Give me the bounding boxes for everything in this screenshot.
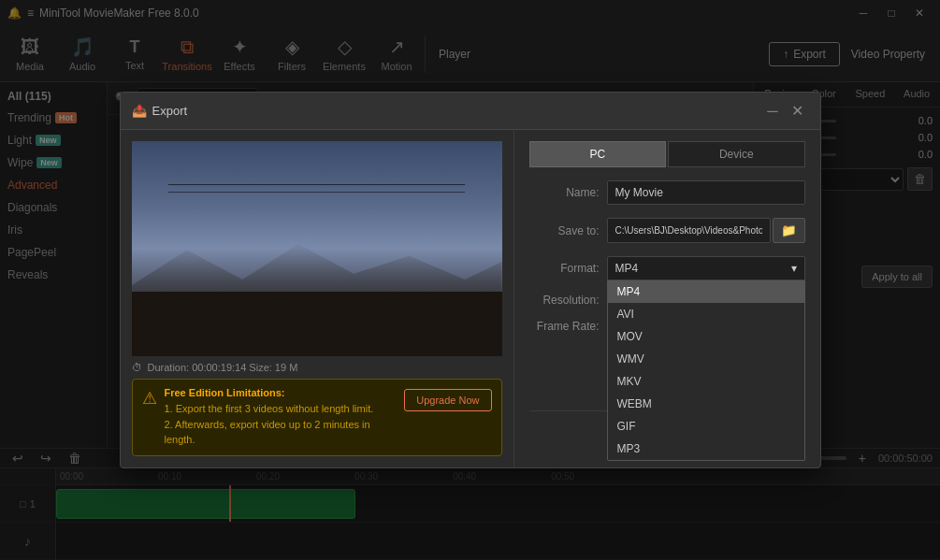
name-row: Name: bbox=[529, 180, 805, 205]
modal-settings-section: PC Device Name: Save to: 📁 Format: bbox=[513, 130, 820, 467]
format-option-wmv[interactable]: WMV bbox=[608, 348, 804, 370]
format-container: MP4 ▾ MP4 AVI MOV WMV MKV WEBM GIF MP3 bbox=[607, 256, 805, 280]
pc-device-tabs: PC Device bbox=[529, 141, 805, 167]
modal-title-icon: 📤 bbox=[132, 104, 147, 118]
modal-body: ⏱ Duration: 00:00:19:14 Size: 19 M ⚠ Fre… bbox=[121, 130, 820, 467]
frame-rate-label: Frame Rate: bbox=[529, 320, 600, 333]
format-label: Format: bbox=[529, 262, 600, 275]
modal-title-area: 📤 Export bbox=[132, 104, 188, 118]
duration-text: Duration: 00:00:19:14 Size: 19 M bbox=[148, 362, 298, 373]
format-option-webm[interactable]: WEBM bbox=[608, 393, 804, 415]
format-row: Format: MP4 ▾ MP4 AVI MOV WMV MKV WEBM bbox=[529, 256, 805, 280]
name-label: Name: bbox=[529, 186, 600, 199]
tab-device[interactable]: Device bbox=[668, 141, 805, 167]
warning-line1: 1. Export the first 3 videos without len… bbox=[165, 401, 398, 417]
format-option-mov[interactable]: MOV bbox=[608, 325, 804, 348]
browse-button[interactable]: 📁 bbox=[773, 218, 805, 243]
warning-title: Free Edition Limitations: bbox=[165, 387, 398, 398]
save-to-input-group: 📁 bbox=[607, 218, 805, 243]
tab-pc[interactable]: PC bbox=[529, 141, 667, 167]
mountain-scene bbox=[132, 141, 502, 356]
modal-header: 📤 Export ─ ✕ bbox=[121, 93, 820, 130]
duration-icon: ⏱ bbox=[132, 362, 142, 373]
modal-duration: ⏱ Duration: 00:00:19:14 Size: 19 M bbox=[132, 356, 502, 379]
save-to-input[interactable] bbox=[607, 218, 771, 243]
modal-controls: ─ ✕ bbox=[761, 100, 808, 122]
resolution-label: Resolution: bbox=[529, 294, 600, 307]
format-dropdown-button[interactable]: MP4 ▾ bbox=[607, 256, 805, 280]
modal-overlay: 📤 Export ─ ✕ ⏱ Duration: 00:00:19:14 Siz… bbox=[0, 0, 940, 560]
save-to-label: Save to: bbox=[529, 224, 600, 237]
name-input[interactable] bbox=[607, 180, 805, 205]
modal-close-button[interactable]: ✕ bbox=[786, 100, 809, 122]
format-option-mkv[interactable]: MKV bbox=[608, 370, 804, 393]
format-dropdown-list: MP4 AVI MOV WMV MKV WEBM GIF MP3 bbox=[607, 280, 805, 461]
export-modal: 📤 Export ─ ✕ ⏱ Duration: 00:00:19:14 Siz… bbox=[120, 92, 821, 468]
format-option-mp3[interactable]: MP3 bbox=[608, 438, 804, 460]
format-chevron-icon: ▾ bbox=[791, 262, 797, 275]
format-option-gif[interactable]: GIF bbox=[608, 415, 804, 438]
warning-line2: 2. Afterwards, export video up to 2 minu… bbox=[165, 417, 398, 448]
modal-warning-box: ⚠ Free Edition Limitations: 1. Export th… bbox=[132, 379, 502, 456]
modal-preview-image bbox=[132, 141, 502, 356]
format-option-avi[interactable]: AVI bbox=[608, 303, 804, 325]
modal-minimize-button[interactable]: ─ bbox=[761, 100, 783, 122]
format-selected-value: MP4 bbox=[615, 262, 639, 275]
warning-icon: ⚠ bbox=[142, 388, 157, 409]
modal-title: Export bbox=[152, 104, 188, 118]
format-option-mp4[interactable]: MP4 bbox=[608, 280, 804, 303]
modal-preview-section: ⏱ Duration: 00:00:19:14 Size: 19 M ⚠ Fre… bbox=[121, 130, 513, 467]
warning-text: Free Edition Limitations: 1. Export the … bbox=[165, 387, 398, 448]
save-to-row: Save to: 📁 bbox=[529, 218, 805, 243]
upgrade-button[interactable]: Upgrade Now bbox=[404, 389, 491, 411]
